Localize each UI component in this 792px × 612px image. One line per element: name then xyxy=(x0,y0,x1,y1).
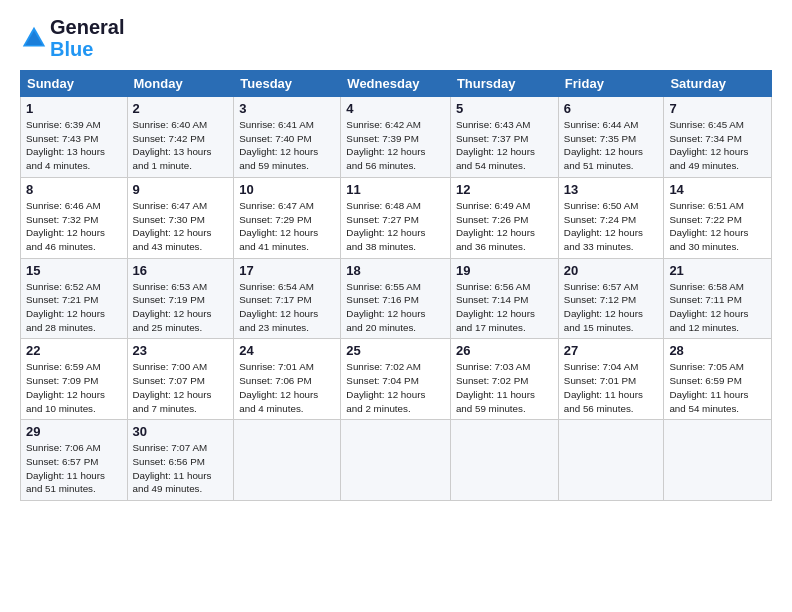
calendar-cell: 26Sunrise: 7:03 AM Sunset: 7:02 PM Dayli… xyxy=(450,339,558,420)
day-number: 17 xyxy=(239,263,335,278)
calendar-cell: 19Sunrise: 6:56 AM Sunset: 7:14 PM Dayli… xyxy=(450,258,558,339)
day-number: 4 xyxy=(346,101,445,116)
calendar-cell: 22Sunrise: 6:59 AM Sunset: 7:09 PM Dayli… xyxy=(21,339,128,420)
calendar-cell: 24Sunrise: 7:01 AM Sunset: 7:06 PM Dayli… xyxy=(234,339,341,420)
calendar-cell: 12Sunrise: 6:49 AM Sunset: 7:26 PM Dayli… xyxy=(450,177,558,258)
calendar-cell: 27Sunrise: 7:04 AM Sunset: 7:01 PM Dayli… xyxy=(558,339,664,420)
calendar-cell xyxy=(341,420,451,501)
day-info: Sunrise: 7:06 AM Sunset: 6:57 PM Dayligh… xyxy=(26,441,122,496)
day-info: Sunrise: 7:07 AM Sunset: 6:56 PM Dayligh… xyxy=(133,441,229,496)
day-info: Sunrise: 6:43 AM Sunset: 7:37 PM Dayligh… xyxy=(456,118,553,173)
day-info: Sunrise: 7:03 AM Sunset: 7:02 PM Dayligh… xyxy=(456,360,553,415)
weekday-header-sunday: Sunday xyxy=(21,71,128,97)
day-info: Sunrise: 6:55 AM Sunset: 7:16 PM Dayligh… xyxy=(346,280,445,335)
page: General Blue SundayMondayTuesdayWednesda… xyxy=(0,0,792,612)
day-info: Sunrise: 7:01 AM Sunset: 7:06 PM Dayligh… xyxy=(239,360,335,415)
day-number: 3 xyxy=(239,101,335,116)
day-number: 22 xyxy=(26,343,122,358)
logo: General Blue xyxy=(20,16,124,60)
calendar-cell: 5Sunrise: 6:43 AM Sunset: 7:37 PM Daylig… xyxy=(450,97,558,178)
logo-text-line1: General xyxy=(50,16,124,38)
day-number: 8 xyxy=(26,182,122,197)
day-info: Sunrise: 6:52 AM Sunset: 7:21 PM Dayligh… xyxy=(26,280,122,335)
day-number: 18 xyxy=(346,263,445,278)
day-number: 11 xyxy=(346,182,445,197)
day-info: Sunrise: 6:45 AM Sunset: 7:34 PM Dayligh… xyxy=(669,118,766,173)
weekday-row: SundayMondayTuesdayWednesdayThursdayFrid… xyxy=(21,71,772,97)
weekday-header-wednesday: Wednesday xyxy=(341,71,451,97)
calendar-cell: 8Sunrise: 6:46 AM Sunset: 7:32 PM Daylig… xyxy=(21,177,128,258)
day-number: 24 xyxy=(239,343,335,358)
calendar-cell: 4Sunrise: 6:42 AM Sunset: 7:39 PM Daylig… xyxy=(341,97,451,178)
day-info: Sunrise: 6:47 AM Sunset: 7:29 PM Dayligh… xyxy=(239,199,335,254)
week-row-5: 29Sunrise: 7:06 AM Sunset: 6:57 PM Dayli… xyxy=(21,420,772,501)
calendar-cell: 6Sunrise: 6:44 AM Sunset: 7:35 PM Daylig… xyxy=(558,97,664,178)
day-number: 26 xyxy=(456,343,553,358)
day-info: Sunrise: 6:53 AM Sunset: 7:19 PM Dayligh… xyxy=(133,280,229,335)
day-number: 23 xyxy=(133,343,229,358)
day-info: Sunrise: 6:50 AM Sunset: 7:24 PM Dayligh… xyxy=(564,199,659,254)
calendar-cell xyxy=(664,420,772,501)
day-number: 6 xyxy=(564,101,659,116)
weekday-header-tuesday: Tuesday xyxy=(234,71,341,97)
day-info: Sunrise: 6:46 AM Sunset: 7:32 PM Dayligh… xyxy=(26,199,122,254)
day-number: 12 xyxy=(456,182,553,197)
day-info: Sunrise: 7:02 AM Sunset: 7:04 PM Dayligh… xyxy=(346,360,445,415)
day-info: Sunrise: 6:48 AM Sunset: 7:27 PM Dayligh… xyxy=(346,199,445,254)
day-info: Sunrise: 7:05 AM Sunset: 6:59 PM Dayligh… xyxy=(669,360,766,415)
day-info: Sunrise: 6:54 AM Sunset: 7:17 PM Dayligh… xyxy=(239,280,335,335)
header: General Blue xyxy=(20,16,772,60)
calendar-cell: 29Sunrise: 7:06 AM Sunset: 6:57 PM Dayli… xyxy=(21,420,128,501)
week-row-1: 1Sunrise: 6:39 AM Sunset: 7:43 PM Daylig… xyxy=(21,97,772,178)
day-number: 25 xyxy=(346,343,445,358)
calendar-cell: 20Sunrise: 6:57 AM Sunset: 7:12 PM Dayli… xyxy=(558,258,664,339)
calendar-cell xyxy=(450,420,558,501)
day-number: 19 xyxy=(456,263,553,278)
weekday-header-thursday: Thursday xyxy=(450,71,558,97)
calendar-cell: 14Sunrise: 6:51 AM Sunset: 7:22 PM Dayli… xyxy=(664,177,772,258)
calendar-table: SundayMondayTuesdayWednesdayThursdayFrid… xyxy=(20,70,772,501)
week-row-4: 22Sunrise: 6:59 AM Sunset: 7:09 PM Dayli… xyxy=(21,339,772,420)
day-info: Sunrise: 7:00 AM Sunset: 7:07 PM Dayligh… xyxy=(133,360,229,415)
day-number: 13 xyxy=(564,182,659,197)
day-number: 20 xyxy=(564,263,659,278)
calendar-cell: 11Sunrise: 6:48 AM Sunset: 7:27 PM Dayli… xyxy=(341,177,451,258)
calendar-body: 1Sunrise: 6:39 AM Sunset: 7:43 PM Daylig… xyxy=(21,97,772,501)
day-info: Sunrise: 6:49 AM Sunset: 7:26 PM Dayligh… xyxy=(456,199,553,254)
calendar-cell: 2Sunrise: 6:40 AM Sunset: 7:42 PM Daylig… xyxy=(127,97,234,178)
day-info: Sunrise: 6:40 AM Sunset: 7:42 PM Dayligh… xyxy=(133,118,229,173)
day-number: 27 xyxy=(564,343,659,358)
day-number: 29 xyxy=(26,424,122,439)
logo-text-line2: Blue xyxy=(50,38,124,60)
calendar-cell: 25Sunrise: 7:02 AM Sunset: 7:04 PM Dayli… xyxy=(341,339,451,420)
day-number: 15 xyxy=(26,263,122,278)
day-number: 10 xyxy=(239,182,335,197)
day-number: 9 xyxy=(133,182,229,197)
calendar-cell: 9Sunrise: 6:47 AM Sunset: 7:30 PM Daylig… xyxy=(127,177,234,258)
day-info: Sunrise: 6:44 AM Sunset: 7:35 PM Dayligh… xyxy=(564,118,659,173)
calendar-cell: 13Sunrise: 6:50 AM Sunset: 7:24 PM Dayli… xyxy=(558,177,664,258)
calendar-cell: 16Sunrise: 6:53 AM Sunset: 7:19 PM Dayli… xyxy=(127,258,234,339)
day-info: Sunrise: 6:56 AM Sunset: 7:14 PM Dayligh… xyxy=(456,280,553,335)
day-number: 28 xyxy=(669,343,766,358)
calendar-cell: 7Sunrise: 6:45 AM Sunset: 7:34 PM Daylig… xyxy=(664,97,772,178)
day-info: Sunrise: 6:47 AM Sunset: 7:30 PM Dayligh… xyxy=(133,199,229,254)
day-number: 7 xyxy=(669,101,766,116)
weekday-header-friday: Friday xyxy=(558,71,664,97)
weekday-header-monday: Monday xyxy=(127,71,234,97)
day-number: 1 xyxy=(26,101,122,116)
calendar-cell: 18Sunrise: 6:55 AM Sunset: 7:16 PM Dayli… xyxy=(341,258,451,339)
calendar-cell xyxy=(558,420,664,501)
calendar-cell xyxy=(234,420,341,501)
day-info: Sunrise: 6:58 AM Sunset: 7:11 PM Dayligh… xyxy=(669,280,766,335)
day-info: Sunrise: 6:51 AM Sunset: 7:22 PM Dayligh… xyxy=(669,199,766,254)
calendar-cell: 21Sunrise: 6:58 AM Sunset: 7:11 PM Dayli… xyxy=(664,258,772,339)
day-number: 14 xyxy=(669,182,766,197)
week-row-2: 8Sunrise: 6:46 AM Sunset: 7:32 PM Daylig… xyxy=(21,177,772,258)
day-info: Sunrise: 6:42 AM Sunset: 7:39 PM Dayligh… xyxy=(346,118,445,173)
week-row-3: 15Sunrise: 6:52 AM Sunset: 7:21 PM Dayli… xyxy=(21,258,772,339)
logo-icon xyxy=(20,24,48,52)
day-info: Sunrise: 6:57 AM Sunset: 7:12 PM Dayligh… xyxy=(564,280,659,335)
calendar-header: SundayMondayTuesdayWednesdayThursdayFrid… xyxy=(21,71,772,97)
day-number: 16 xyxy=(133,263,229,278)
